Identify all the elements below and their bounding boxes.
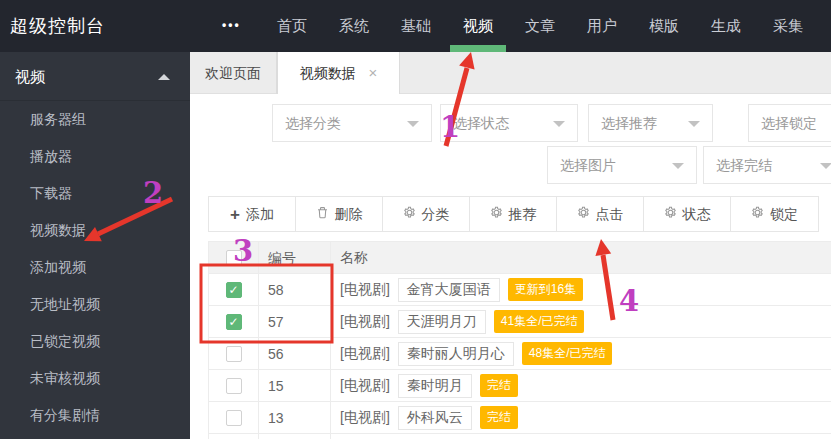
table-row: 15 [电视剧] 秦时明月 完结 [209, 370, 831, 402]
select-lock[interactable]: 选择锁定 [748, 104, 831, 142]
sidebar-group-video[interactable]: 视频 [0, 52, 190, 101]
sidebar-item-add-video[interactable]: 添加视频 [0, 249, 190, 286]
row-name-box[interactable]: 秦时明月 [398, 374, 472, 398]
nav-item-user[interactable]: 用户 [571, 0, 633, 52]
status-button-label: 状态 [683, 197, 711, 231]
row-category: [电视剧] [340, 281, 390, 299]
click-button[interactable]: 点击 [557, 197, 644, 231]
add-button-label: 添加 [246, 197, 274, 231]
gear-icon [403, 197, 416, 231]
table-row: ✓ 57 [电视剧] 天涯明月刀 41集全/已完结 [209, 306, 831, 338]
row-category: [电视剧] [340, 377, 390, 395]
select-image[interactable]: 选择图片 [547, 146, 697, 184]
recommend-button-label: 推荐 [509, 197, 537, 231]
tab-strip: 欢迎页面 视频数据 × [190, 52, 831, 94]
sidebar-item-downloader[interactable]: 下载器 [0, 175, 190, 212]
table-row-partial [209, 434, 831, 439]
row-name-box[interactable]: 金宵大厦国语 [398, 278, 500, 302]
nav-item-generate[interactable]: 生成 [695, 0, 757, 52]
add-button[interactable]: + 添加 [209, 197, 296, 231]
row-checkbox[interactable] [226, 378, 242, 394]
app-title: 超级控制台 [10, 0, 105, 52]
tab-video-data-label: 视频数据 [300, 65, 356, 81]
category-button-label: 分类 [422, 197, 450, 231]
sidebar-item-player[interactable]: 播放器 [0, 138, 190, 175]
recommend-button[interactable]: 推荐 [470, 197, 557, 231]
row-number: 58 [259, 274, 331, 306]
gear-icon [751, 197, 764, 231]
row-number: 56 [259, 338, 331, 370]
select-all-checkbox[interactable] [226, 250, 242, 266]
lock-button[interactable]: 锁定 [731, 197, 818, 231]
sidebar-item-locked-video[interactable]: 已锁定视频 [0, 323, 190, 360]
nav-item-home[interactable]: 首页 [261, 0, 323, 52]
top-navigation: 首页 系统 基础 视频 文章 用户 模版 生成 采集 [261, 0, 819, 52]
nav-item-video[interactable]: 视频 [447, 0, 509, 52]
tab-welcome-page[interactable]: 欢迎页面 [190, 52, 277, 94]
sidebar-item-episode-plot[interactable]: 有分集剧情 [0, 397, 190, 434]
table-header-row: 编号 名称 [209, 242, 831, 274]
chevron-up-icon [158, 74, 170, 80]
table-toolbar: + 添加 删除 分类 推荐 点击 状态 锁定 [208, 196, 819, 232]
status-badge: 完结 [480, 374, 518, 397]
row-checkbox[interactable]: ✓ [226, 314, 242, 330]
close-icon[interactable]: × [369, 64, 378, 81]
delete-button[interactable]: 删除 [296, 197, 383, 231]
chevron-down-icon [407, 121, 419, 127]
select-complete[interactable]: 选择完结 [703, 146, 831, 184]
nav-item-basic[interactable]: 基础 [385, 0, 447, 52]
row-checkbox[interactable]: ✓ [226, 282, 242, 298]
more-menu-dots-icon[interactable]: ••• [222, 0, 241, 50]
plus-icon: + [230, 206, 240, 223]
row-number: 13 [259, 402, 331, 434]
active-nav-underline [450, 45, 506, 52]
nav-item-collect[interactable]: 采集 [757, 0, 819, 52]
row-category: [电视剧] [340, 345, 390, 363]
row-checkbox[interactable] [226, 410, 242, 426]
sidebar-item-video-data[interactable]: 视频数据 [0, 212, 190, 249]
sidebar: 视频 服务器组 播放器 下载器 视频数据 添加视频 无地址视频 已锁定视频 未审… [0, 52, 190, 439]
row-number: 15 [259, 370, 331, 402]
chevron-down-icon [820, 163, 831, 169]
row-category: [电视剧] [340, 409, 390, 427]
row-checkbox[interactable] [226, 346, 242, 362]
select-image-value: 选择图片 [560, 157, 616, 173]
nav-item-template[interactable]: 模版 [633, 0, 695, 52]
select-category-value: 选择分类 [285, 115, 341, 131]
sidebar-item-server-group[interactable]: 服务器组 [0, 101, 190, 138]
sidebar-group-label: 视频 [15, 68, 45, 85]
column-header-number: 编号 [259, 242, 331, 274]
video-data-table: 编号 名称 ✓ 58 [电视剧] 金宵大厦国语 更新到16集 ✓ 57 [电视剧… [208, 241, 831, 439]
status-button[interactable]: 状态 [644, 197, 731, 231]
tab-video-data[interactable]: 视频数据 × [277, 52, 400, 94]
gear-icon [490, 197, 503, 231]
top-header-bar: 超级控制台 ••• 首页 系统 基础 视频 文章 用户 模版 生成 采集 [0, 0, 831, 52]
table-row: 13 [电视剧] 外科风云 完结 [209, 402, 831, 434]
row-name-box[interactable]: 外科风云 [398, 406, 472, 430]
nav-item-system[interactable]: 系统 [323, 0, 385, 52]
select-status-value: 选择状态 [453, 115, 509, 131]
row-name-box[interactable]: 天涯明月刀 [398, 310, 486, 334]
lock-button-label: 锁定 [770, 197, 798, 231]
sidebar-item-unreviewed-video[interactable]: 未审核视频 [0, 360, 190, 397]
trash-icon [316, 197, 329, 231]
select-complete-value: 选择完结 [716, 157, 772, 173]
nav-item-article[interactable]: 文章 [509, 0, 571, 52]
select-category[interactable]: 选择分类 [272, 104, 432, 142]
select-recommend-value: 选择推荐 [601, 115, 657, 131]
table-row: 56 [电视剧] 秦时丽人明月心 48集全/已完结 [209, 338, 831, 370]
category-button[interactable]: 分类 [383, 197, 470, 231]
sidebar-item-no-address-video[interactable]: 无地址视频 [0, 286, 190, 323]
status-badge: 完结 [480, 406, 518, 429]
status-badge: 48集全/已完结 [522, 342, 613, 365]
gear-icon [664, 197, 677, 231]
select-status[interactable]: 选择状态 [440, 104, 578, 142]
click-button-label: 点击 [596, 197, 624, 231]
nav-item-video-label: 视频 [463, 17, 493, 34]
select-recommend[interactable]: 选择推荐 [588, 104, 713, 142]
table-row: ✓ 58 [电视剧] 金宵大厦国语 更新到16集 [209, 274, 831, 306]
row-name-box[interactable]: 秦时丽人明月心 [398, 342, 514, 366]
gear-icon [577, 197, 590, 231]
chevron-down-icon [688, 121, 700, 127]
status-badge: 更新到16集 [508, 278, 583, 301]
